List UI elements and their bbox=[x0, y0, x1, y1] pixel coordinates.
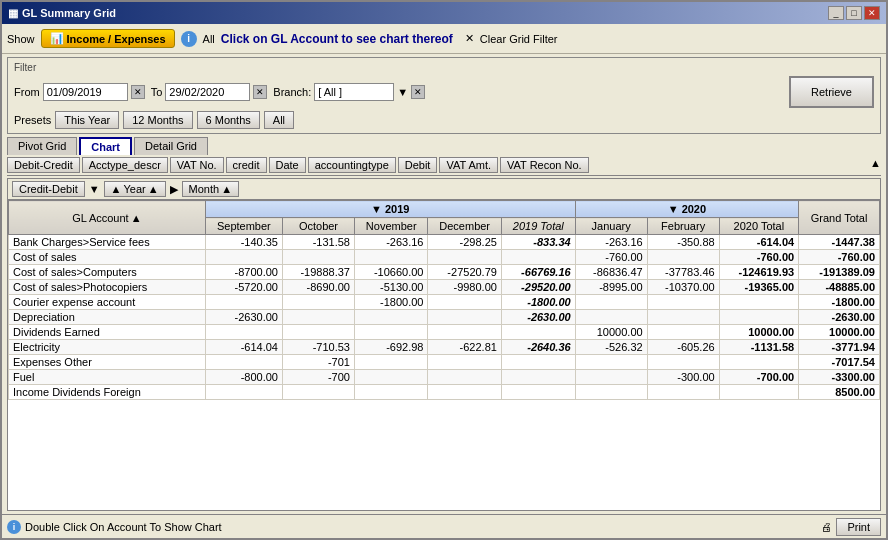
year-2020-header: ▼ 2020 bbox=[575, 201, 798, 218]
branch-clear-button[interactable]: ✕ bbox=[411, 85, 425, 99]
sub-tab-acctype[interactable]: Acctype_descr bbox=[82, 157, 168, 173]
to-field: To ✕ bbox=[151, 83, 268, 101]
table-body: Bank Charges>Service fees-140.35-131.58-… bbox=[9, 235, 880, 400]
credit-debit-sort-button[interactable]: Credit-Debit bbox=[12, 181, 85, 197]
status-info-icon: i bbox=[7, 520, 21, 534]
total-2019-header: 2019 Total bbox=[501, 218, 575, 235]
tab-detail-grid[interactable]: Detail Grid bbox=[134, 137, 208, 155]
maximize-button[interactable]: □ bbox=[846, 6, 862, 20]
account-header: GL Account ▲ bbox=[9, 201, 206, 235]
table-row[interactable]: Cost of sales>Computers-8700.00-19888.37… bbox=[9, 265, 880, 280]
table-row[interactable]: Cost of sales>Photocopiers-5720.00-8690.… bbox=[9, 280, 880, 295]
data-table: GL Account ▲ ▼ 2019 ▼ 2020 Grand Total S… bbox=[8, 200, 880, 400]
all-button[interactable]: All bbox=[264, 111, 294, 129]
table-row[interactable]: Courier expense account-1800.00-1800.00-… bbox=[9, 295, 880, 310]
grid-container: Credit-Debit ▼ ▲ Year ▲ ▶ Month ▲ bbox=[7, 178, 881, 511]
6months-button[interactable]: 6 Months bbox=[197, 111, 260, 129]
from-clear-button[interactable]: ✕ bbox=[131, 85, 145, 99]
to-label: To bbox=[151, 86, 163, 98]
main-window: ▦ GL Summary Grid _ □ ✕ Show 📊 Income / … bbox=[0, 0, 888, 540]
total-2020-header: 2020 Total bbox=[719, 218, 799, 235]
sub-tab-vat-no[interactable]: VAT No. bbox=[170, 157, 224, 173]
year-sort-down-icon: ▲ bbox=[148, 183, 159, 195]
show-label: Show bbox=[7, 33, 35, 45]
table-row[interactable]: Expenses Other-701-7017.54 bbox=[9, 355, 880, 370]
table-row[interactable]: Depreciation-2630.00-2630.00-2630.00 bbox=[9, 310, 880, 325]
minimize-button[interactable]: _ bbox=[828, 6, 844, 20]
sub-tabs: Debit-Credit Acctype_descr VAT No. credi… bbox=[7, 157, 881, 176]
to-clear-button[interactable]: ✕ bbox=[253, 85, 267, 99]
table-row[interactable]: Electricity-614.04-710.53-692.98-622.81-… bbox=[9, 340, 880, 355]
grid-table-wrapper: GL Account ▲ ▼ 2019 ▼ 2020 Grand Total S… bbox=[8, 200, 880, 471]
window-title: GL Summary Grid bbox=[22, 7, 116, 19]
status-text: Double Click On Account To Show Chart bbox=[25, 521, 222, 533]
main-tabs: Pivot Grid Chart Detail Grid bbox=[7, 137, 881, 155]
year-sort-icon: ▲ bbox=[111, 183, 122, 195]
clear-filter-button[interactable]: Clear Grid Filter bbox=[480, 33, 558, 45]
title-bar: ▦ GL Summary Grid _ □ ✕ bbox=[2, 2, 886, 24]
all-label: All bbox=[203, 33, 215, 45]
filter-row: From ✕ To ✕ Branch: ▼ ✕ Retrieve bbox=[14, 76, 874, 108]
year-2019-header: ▼ 2019 bbox=[205, 201, 575, 218]
printer-icon: 🖨 bbox=[821, 521, 832, 533]
presets-label: Presets bbox=[14, 114, 51, 126]
sub-tab-vat-recon[interactable]: VAT Recon No. bbox=[500, 157, 589, 173]
arrow-icon: ▶ bbox=[170, 183, 178, 196]
tab-pivot-grid[interactable]: Pivot Grid bbox=[7, 137, 77, 155]
to-date-input[interactable] bbox=[165, 83, 250, 101]
tab-chart[interactable]: Chart bbox=[79, 137, 132, 155]
month-sort-button[interactable]: Month ▲ bbox=[182, 181, 239, 197]
table-row[interactable]: Cost of sales-760.00-760.00-760.00 bbox=[9, 250, 880, 265]
presets-row: Presets This Year 12 Months 6 Months All bbox=[14, 111, 874, 129]
grand-total-header: Grand Total bbox=[799, 201, 880, 235]
window-controls: _ □ ✕ bbox=[828, 6, 880, 20]
from-date-input[interactable] bbox=[43, 83, 128, 101]
oct-header: October bbox=[282, 218, 354, 235]
branch-label: Branch: bbox=[273, 86, 311, 98]
month-sort-icon: ▲ bbox=[221, 183, 232, 195]
status-info: i Double Click On Account To Show Chart bbox=[7, 520, 222, 534]
sub-tab-debit-credit[interactable]: Debit-Credit bbox=[7, 157, 80, 173]
branch-dropdown-icon[interactable]: ▼ bbox=[397, 86, 408, 98]
table-row[interactable]: Fuel-800.00-700-300.00-700.00-3300.00 bbox=[9, 370, 880, 385]
status-bar: i Double Click On Account To Show Chart … bbox=[2, 514, 886, 538]
sub-tab-date[interactable]: Date bbox=[269, 157, 306, 173]
close-button[interactable]: ✕ bbox=[864, 6, 880, 20]
from-field: From ✕ bbox=[14, 83, 145, 101]
sub-tab-credit[interactable]: credit bbox=[226, 157, 267, 173]
this-year-button[interactable]: This Year bbox=[55, 111, 119, 129]
filter-icon: ✕ bbox=[465, 32, 474, 45]
branch-input[interactable] bbox=[314, 83, 394, 101]
from-label: From bbox=[14, 86, 40, 98]
sep-header: September bbox=[205, 218, 282, 235]
grid-controls: Credit-Debit ▼ ▲ Year ▲ ▶ Month ▲ bbox=[8, 179, 880, 200]
table-row[interactable]: Income Dividends Foreign8500.00 bbox=[9, 385, 880, 400]
filter-group: Filter From ✕ To ✕ Branch: ▼ ✕ bbox=[7, 57, 881, 134]
table-row[interactable]: Dividends Earned10000.0010000.0010000.00 bbox=[9, 325, 880, 340]
table-row[interactable]: Bank Charges>Service fees-140.35-131.58-… bbox=[9, 235, 880, 250]
sub-tab-debit[interactable]: Debit bbox=[398, 157, 438, 173]
12months-button[interactable]: 12 Months bbox=[123, 111, 192, 129]
filter-label: Filter bbox=[14, 62, 874, 73]
jan-header: January bbox=[575, 218, 647, 235]
feb-header: February bbox=[647, 218, 719, 235]
nov-header: November bbox=[354, 218, 427, 235]
click-instruction: Click on GL Account to see chart thereof bbox=[221, 32, 453, 46]
year-sort-button[interactable]: ▲ Year ▲ bbox=[104, 181, 166, 197]
account-sort-icon: ▲ bbox=[131, 212, 142, 224]
retrieve-button[interactable]: Retrieve bbox=[789, 76, 874, 108]
window-icon: ▦ bbox=[8, 7, 18, 20]
sub-tab-accountingtype[interactable]: accountingtype bbox=[308, 157, 396, 173]
content-area: Filter From ✕ To ✕ Branch: ▼ ✕ bbox=[2, 54, 886, 514]
main-toolbar: Show 📊 Income / Expenses i All Click on … bbox=[2, 24, 886, 54]
info-icon: i bbox=[181, 31, 197, 47]
branch-field: Branch: ▼ ✕ bbox=[273, 83, 425, 101]
income-expenses-button[interactable]: 📊 Income / Expenses bbox=[41, 29, 175, 48]
dec-header: December bbox=[428, 218, 501, 235]
print-button[interactable]: Print bbox=[836, 518, 881, 536]
scroll-up-icon[interactable]: ▲ bbox=[870, 157, 881, 173]
chart-icon: 📊 bbox=[50, 32, 64, 45]
print-area: 🖨 Print bbox=[821, 518, 881, 536]
expand-icon: ▼ bbox=[89, 183, 100, 195]
sub-tab-vat-amt[interactable]: VAT Amt. bbox=[439, 157, 498, 173]
